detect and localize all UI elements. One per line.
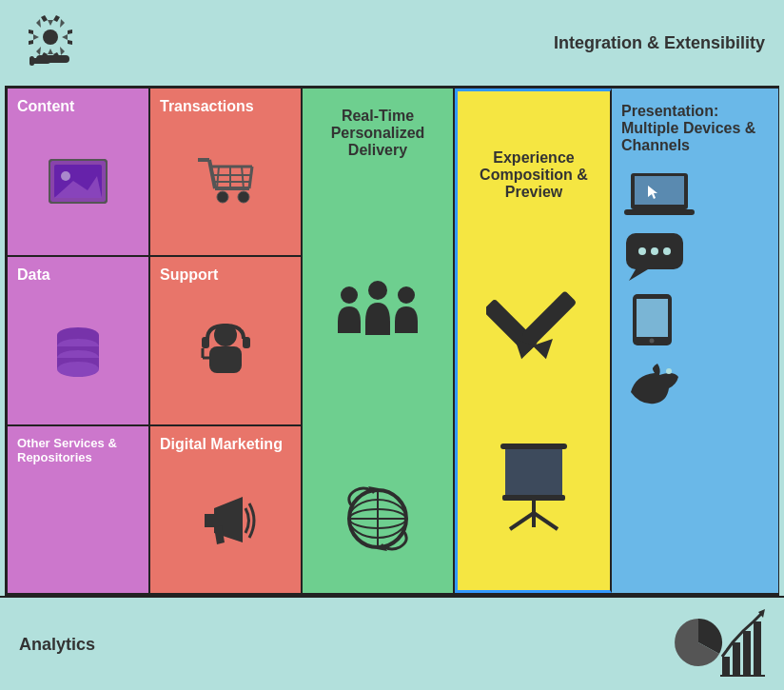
col-realtime: Real-Time Personalized Delivery [303, 89, 455, 593]
cell-data: Data [8, 257, 148, 425]
cell-content: Content [8, 89, 148, 257]
svg-point-34 [341, 286, 358, 304]
col-content: Content Data [8, 89, 150, 593]
laptop-icon [621, 168, 769, 221]
other-services-label: Other Services & Repositories [17, 436, 139, 464]
composition-icon [486, 278, 581, 364]
svg-point-61 [651, 247, 658, 255]
top-bar: Integration & Extensibility [0, 0, 784, 86]
experience-title-wrapper: Experience Composition & Preview [467, 149, 600, 201]
digital-marketing-icon [160, 458, 291, 583]
svg-point-62 [663, 247, 671, 255]
svg-line-51 [534, 513, 558, 529]
experience-title: Experience Composition & Preview [480, 149, 588, 200]
globe-icon [335, 479, 421, 564]
svg-point-27 [238, 191, 249, 203]
svg-point-26 [217, 191, 228, 203]
svg-point-36 [398, 286, 415, 304]
cell-transactions: Transactions [150, 89, 301, 257]
data-label: Data [17, 266, 50, 284]
easel-icon [486, 442, 581, 532]
svg-rect-68 [733, 642, 740, 676]
svg-marker-59 [629, 269, 648, 281]
transactions-icon [160, 120, 291, 246]
col-presentation: Presentation: Multiple Devices & Channel… [612, 89, 778, 593]
svg-line-50 [510, 513, 534, 529]
svg-rect-52 [500, 444, 567, 449]
col-experience: Experience Composition & Preview [455, 89, 612, 593]
svg-rect-69 [743, 631, 751, 676]
data-icon [17, 288, 139, 414]
main-grid: Content Data [8, 89, 776, 593]
svg-point-66 [666, 368, 672, 374]
svg-rect-64 [637, 299, 668, 337]
support-label: Support [160, 266, 218, 284]
digital-marketing-label: Digital Marketing [160, 436, 283, 453]
transactions-label: Transactions [160, 98, 254, 115]
page-title: Integration & Extensibility [554, 33, 765, 53]
svg-rect-53 [502, 495, 565, 501]
svg-rect-31 [243, 337, 250, 348]
col-transactions: Transactions [150, 89, 303, 593]
svg-point-60 [638, 247, 646, 255]
top-bar-left [19, 10, 86, 76]
svg-line-23 [242, 167, 244, 188]
svg-rect-29 [209, 346, 242, 373]
presentation-title: Presentation: Multiple Devices & Channel… [621, 103, 769, 154]
svg-rect-30 [202, 337, 209, 348]
svg-rect-55 [635, 176, 684, 205]
svg-rect-67 [722, 657, 730, 676]
cell-other-services: Other Services & Repositories [8, 426, 148, 593]
svg-rect-57 [624, 209, 695, 215]
realtime-title: Real-Time Personalized Delivery [331, 108, 425, 158]
svg-point-0 [43, 30, 58, 45]
svg-rect-48 [505, 446, 562, 499]
realtime-title-wrapper: Real-Time Personalized Delivery [312, 108, 443, 159]
svg-rect-45 [521, 291, 578, 347]
analytics-label: Analytics [19, 635, 95, 655]
main-grid-wrapper: Content Data [5, 86, 779, 596]
chat-icon [621, 228, 769, 284]
analytics-icon [670, 604, 765, 684]
svg-point-15 [57, 362, 99, 377]
svg-line-21 [217, 167, 219, 188]
svg-rect-70 [754, 621, 761, 676]
cell-digital-marketing: Digital Marketing [150, 426, 301, 593]
svg-point-35 [368, 281, 387, 300]
people-icon [330, 276, 425, 352]
bottom-bar: Analytics [0, 596, 784, 690]
content-icon [17, 120, 139, 246]
svg-rect-3 [29, 56, 34, 66]
bird-icon [621, 356, 769, 413]
content-label: Content [17, 98, 74, 115]
svg-point-65 [650, 339, 655, 344]
svg-line-20 [249, 167, 252, 188]
tablet-icon [621, 291, 769, 348]
gear-icon [19, 10, 86, 76]
svg-point-7 [61, 171, 70, 181]
cell-support: Support [150, 257, 301, 425]
support-icon [160, 288, 291, 414]
